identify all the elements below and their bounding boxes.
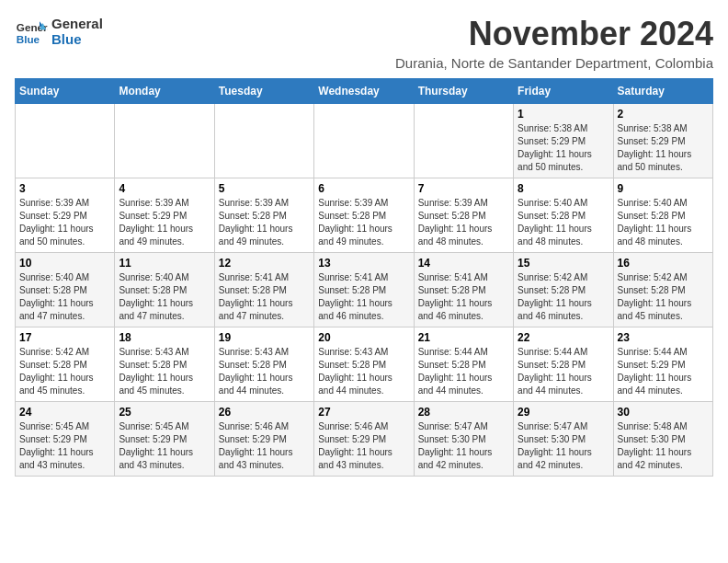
calendar-cell	[414, 104, 513, 178]
day-number: 22	[518, 331, 609, 344]
location-subtitle: Durania, Norte de Santander Department, …	[395, 55, 713, 71]
calendar-cell: 19Sunrise: 5:43 AM Sunset: 5:28 PM Dayli…	[214, 327, 313, 402]
calendar-week-row: 1Sunrise: 5:38 AM Sunset: 5:29 PM Daylig…	[16, 104, 713, 178]
day-info: Sunrise: 5:48 AM Sunset: 5:30 PM Dayligh…	[618, 420, 709, 472]
calendar-cell: 16Sunrise: 5:42 AM Sunset: 5:28 PM Dayli…	[613, 253, 712, 327]
day-info: Sunrise: 5:42 AM Sunset: 5:28 PM Dayligh…	[618, 271, 709, 323]
calendar-cell: 30Sunrise: 5:48 AM Sunset: 5:30 PM Dayli…	[613, 402, 712, 477]
calendar-cell: 22Sunrise: 5:44 AM Sunset: 5:28 PM Dayli…	[514, 327, 613, 402]
calendar-cell: 24Sunrise: 5:45 AM Sunset: 5:29 PM Dayli…	[16, 402, 115, 477]
day-info: Sunrise: 5:40 AM Sunset: 5:28 PM Dayligh…	[19, 271, 110, 323]
day-info: Sunrise: 5:44 AM Sunset: 5:28 PM Dayligh…	[518, 346, 609, 397]
calendar-cell: 25Sunrise: 5:45 AM Sunset: 5:29 PM Dayli…	[115, 402, 214, 477]
day-info: Sunrise: 5:44 AM Sunset: 5:29 PM Dayligh…	[618, 346, 709, 397]
day-number: 12	[219, 257, 310, 270]
day-number: 29	[518, 406, 609, 419]
day-number: 15	[518, 257, 609, 270]
calendar-cell: 10Sunrise: 5:40 AM Sunset: 5:28 PM Dayli…	[16, 253, 115, 327]
calendar-week-row: 17Sunrise: 5:42 AM Sunset: 5:28 PM Dayli…	[16, 327, 713, 402]
calendar-cell: 17Sunrise: 5:42 AM Sunset: 5:28 PM Dayli…	[16, 327, 115, 402]
calendar-cell: 4Sunrise: 5:39 AM Sunset: 5:29 PM Daylig…	[115, 178, 214, 253]
day-info: Sunrise: 5:39 AM Sunset: 5:29 PM Dayligh…	[119, 197, 210, 248]
day-info: Sunrise: 5:39 AM Sunset: 5:29 PM Dayligh…	[19, 197, 110, 248]
page-header: General Blue General Blue November 2024 …	[15, 15, 713, 71]
calendar-week-row: 24Sunrise: 5:45 AM Sunset: 5:29 PM Dayli…	[16, 402, 713, 477]
col-sunday: Sunday	[16, 79, 115, 104]
calendar-cell	[16, 104, 115, 178]
day-number: 11	[119, 257, 210, 270]
col-monday: Monday	[115, 79, 214, 104]
day-number: 26	[219, 406, 310, 419]
logo: General Blue General Blue	[15, 15, 103, 48]
calendar-cell: 18Sunrise: 5:43 AM Sunset: 5:28 PM Dayli…	[115, 327, 214, 402]
day-number: 23	[618, 331, 709, 344]
day-info: Sunrise: 5:38 AM Sunset: 5:29 PM Dayligh…	[518, 122, 609, 174]
title-section: November 2024 Durania, Norte de Santande…	[395, 15, 713, 71]
day-number: 9	[618, 182, 709, 195]
calendar-cell: 15Sunrise: 5:42 AM Sunset: 5:28 PM Dayli…	[514, 253, 613, 327]
logo-line1: General	[51, 16, 103, 31]
col-wednesday: Wednesday	[314, 79, 414, 104]
day-info: Sunrise: 5:42 AM Sunset: 5:28 PM Dayligh…	[518, 271, 609, 323]
day-info: Sunrise: 5:46 AM Sunset: 5:29 PM Dayligh…	[219, 420, 310, 472]
day-info: Sunrise: 5:45 AM Sunset: 5:29 PM Dayligh…	[119, 420, 210, 472]
day-info: Sunrise: 5:38 AM Sunset: 5:29 PM Dayligh…	[618, 122, 709, 174]
calendar-cell: 11Sunrise: 5:40 AM Sunset: 5:28 PM Dayli…	[115, 253, 214, 327]
month-title: November 2024	[395, 15, 713, 53]
calendar-cell: 12Sunrise: 5:41 AM Sunset: 5:28 PM Dayli…	[214, 253, 313, 327]
day-info: Sunrise: 5:47 AM Sunset: 5:30 PM Dayligh…	[418, 420, 509, 472]
day-info: Sunrise: 5:39 AM Sunset: 5:28 PM Dayligh…	[318, 197, 409, 248]
day-info: Sunrise: 5:39 AM Sunset: 5:28 PM Dayligh…	[219, 197, 310, 248]
day-number: 18	[119, 331, 210, 344]
calendar-cell: 9Sunrise: 5:40 AM Sunset: 5:28 PM Daylig…	[613, 178, 712, 253]
day-info: Sunrise: 5:47 AM Sunset: 5:30 PM Dayligh…	[518, 420, 609, 472]
col-friday: Friday	[514, 79, 613, 104]
calendar-week-row: 3Sunrise: 5:39 AM Sunset: 5:29 PM Daylig…	[16, 178, 713, 253]
day-number: 30	[618, 406, 709, 419]
svg-text:Blue: Blue	[17, 33, 40, 45]
calendar-cell: 13Sunrise: 5:41 AM Sunset: 5:28 PM Dayli…	[314, 253, 414, 327]
day-number: 21	[418, 331, 509, 344]
day-number: 24	[19, 406, 110, 419]
col-thursday: Thursday	[414, 79, 513, 104]
day-number: 1	[518, 108, 609, 121]
day-number: 13	[318, 257, 409, 270]
calendar-cell	[314, 104, 414, 178]
day-number: 25	[119, 406, 210, 419]
col-tuesday: Tuesday	[214, 79, 313, 104]
day-info: Sunrise: 5:43 AM Sunset: 5:28 PM Dayligh…	[219, 346, 310, 397]
day-number: 19	[219, 331, 310, 344]
day-info: Sunrise: 5:40 AM Sunset: 5:28 PM Dayligh…	[518, 197, 609, 248]
day-number: 2	[618, 108, 709, 121]
calendar-cell: 28Sunrise: 5:47 AM Sunset: 5:30 PM Dayli…	[414, 402, 513, 477]
day-info: Sunrise: 5:45 AM Sunset: 5:29 PM Dayligh…	[19, 420, 110, 472]
calendar-table: Sunday Monday Tuesday Wednesday Thursday…	[15, 78, 713, 477]
calendar-cell: 23Sunrise: 5:44 AM Sunset: 5:29 PM Dayli…	[613, 327, 712, 402]
calendar-cell	[115, 104, 214, 178]
day-number: 28	[418, 406, 509, 419]
day-number: 3	[19, 182, 110, 195]
logo-line2: Blue	[51, 31, 103, 47]
day-info: Sunrise: 5:41 AM Sunset: 5:28 PM Dayligh…	[219, 271, 310, 323]
calendar-cell: 20Sunrise: 5:43 AM Sunset: 5:28 PM Dayli…	[314, 327, 414, 402]
calendar-cell: 5Sunrise: 5:39 AM Sunset: 5:28 PM Daylig…	[214, 178, 313, 253]
calendar-cell: 27Sunrise: 5:46 AM Sunset: 5:29 PM Dayli…	[314, 402, 414, 477]
logo-icon: General Blue	[15, 15, 48, 48]
day-info: Sunrise: 5:43 AM Sunset: 5:28 PM Dayligh…	[318, 346, 409, 397]
day-number: 17	[19, 331, 110, 344]
day-info: Sunrise: 5:44 AM Sunset: 5:28 PM Dayligh…	[418, 346, 509, 397]
day-number: 27	[318, 406, 409, 419]
calendar-cell: 21Sunrise: 5:44 AM Sunset: 5:28 PM Dayli…	[414, 327, 513, 402]
calendar-cell: 26Sunrise: 5:46 AM Sunset: 5:29 PM Dayli…	[214, 402, 313, 477]
day-info: Sunrise: 5:42 AM Sunset: 5:28 PM Dayligh…	[19, 346, 110, 397]
calendar-cell: 2Sunrise: 5:38 AM Sunset: 5:29 PM Daylig…	[613, 104, 712, 178]
day-number: 8	[518, 182, 609, 195]
calendar-header-row: Sunday Monday Tuesday Wednesday Thursday…	[16, 79, 713, 104]
day-info: Sunrise: 5:46 AM Sunset: 5:29 PM Dayligh…	[318, 420, 409, 472]
calendar-cell: 29Sunrise: 5:47 AM Sunset: 5:30 PM Dayli…	[514, 402, 613, 477]
day-number: 4	[119, 182, 210, 195]
day-info: Sunrise: 5:41 AM Sunset: 5:28 PM Dayligh…	[318, 271, 409, 323]
day-info: Sunrise: 5:39 AM Sunset: 5:28 PM Dayligh…	[418, 197, 509, 248]
calendar-cell: 8Sunrise: 5:40 AM Sunset: 5:28 PM Daylig…	[514, 178, 613, 253]
day-number: 14	[418, 257, 509, 270]
